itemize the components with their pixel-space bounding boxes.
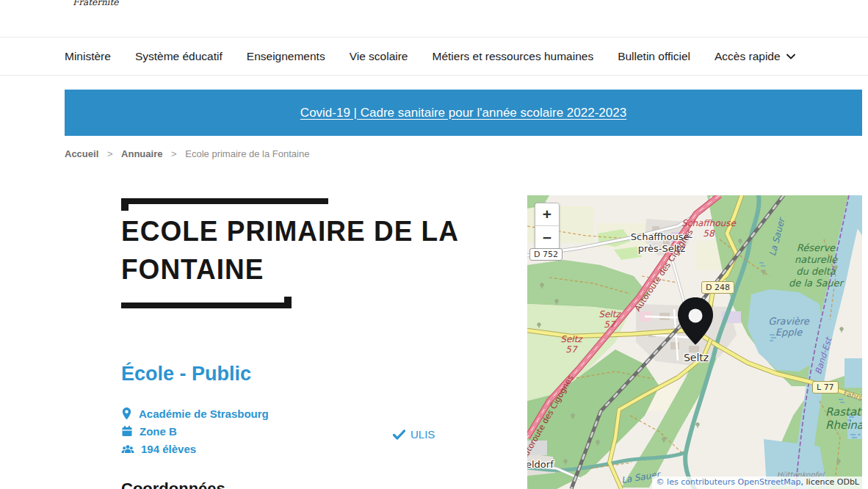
svg-text:naturelle: naturelle — [795, 254, 838, 265]
covid-banner-link[interactable]: Covid-19 | Cadre sanitaire pour l'année … — [300, 106, 626, 120]
road-badge-l77: L 77 — [812, 381, 839, 394]
svg-text:du delta: du delta — [796, 266, 836, 277]
main-navigation: Ministère Système éducatif Enseignements… — [0, 37, 868, 76]
svg-text:57: 57 — [604, 319, 616, 330]
nav-item-bulletin-officiel[interactable]: Bulletin officiel — [618, 50, 690, 63]
page: Fraternité Ministère Système éducatif En… — [0, 0, 868, 489]
nav-item-label: Accès rapide — [715, 50, 781, 63]
map-canvas: Schaffhouse- près-Seltz Schaffhouse 58 A… — [527, 195, 862, 489]
svg-text:eldorf: eldorf — [527, 459, 554, 470]
zoom-in-button[interactable]: + — [535, 203, 559, 226]
svg-text:Seltz: Seltz — [560, 334, 583, 344]
page-title: ECOLE PRIMAIRE DE LA FONTAINE — [121, 212, 497, 289]
school-facts: Académie de Strasbourg Zone B 194 élèves — [121, 405, 269, 457]
osm-license-text: , licence ODbL — [801, 477, 859, 487]
breadcrumb-current: Ecole primaire de la Fontaine — [185, 148, 309, 159]
nav-item-metiers-rh[interactable]: Métiers et ressources humaines — [432, 50, 593, 63]
svg-text:57: 57 — [565, 344, 578, 355]
svg-text:Schaffhouse: Schaffhouse — [681, 218, 737, 228]
chevron-down-icon — [786, 54, 795, 59]
svg-text:Epple: Epple — [775, 327, 803, 338]
osm-attribution-link[interactable]: © les contributeurs OpenStreetMap — [657, 477, 801, 487]
road-badge-d752: D 752 — [529, 248, 563, 261]
svg-text:Seltz: Seltz — [598, 309, 621, 319]
gouv-logo-motto: Fraternité — [73, 0, 118, 7]
ulis-tag: ULIS — [393, 428, 435, 441]
breadcrumb-accueil[interactable]: Accueil — [65, 148, 98, 159]
location-pin-icon — [121, 408, 132, 420]
students-icon — [121, 443, 134, 454]
nav-item-enseignements[interactable]: Enseignements — [247, 50, 325, 63]
nav-item-vie-scolaire[interactable]: Vie scolaire — [350, 50, 408, 63]
road-badge-d248: D 248 — [701, 281, 734, 294]
section-heading-coordonnees: Coordonnées — [121, 479, 225, 489]
breadcrumb-separator: > — [107, 148, 113, 159]
fact-eleves: 194 élèves — [121, 440, 269, 457]
nav-item-systeme-educatif[interactable]: Système éducatif — [135, 50, 223, 63]
fact-label: 194 élèves — [141, 443, 196, 455]
ulis-label: ULIS — [411, 428, 435, 441]
nav-item-ministere[interactable]: Ministère — [65, 50, 111, 63]
breadcrumb-annuaire[interactable]: Annuaire — [121, 148, 162, 159]
svg-text:Rastatte: Rastatte — [825, 405, 862, 419]
fact-zone: Zone B — [121, 422, 269, 440]
svg-text:de la Sauer: de la Sauer — [789, 278, 845, 289]
check-icon — [393, 430, 405, 440]
map-attribution: © les contributeurs OpenStreetMap, licen… — [652, 477, 862, 489]
school-location-map[interactable]: Schaffhouse- près-Seltz Schaffhouse 58 A… — [527, 195, 862, 489]
breadcrumb-separator: > — [171, 148, 177, 159]
svg-text:Gravière: Gravière — [768, 316, 810, 327]
calendar-icon — [121, 425, 133, 437]
breadcrumb: Accueil > Annuaire > Ecole primaire de l… — [65, 148, 309, 159]
fact-label: Zone B — [140, 425, 177, 438]
svg-text:58: 58 — [703, 228, 715, 239]
fact-label: Académie de Strasbourg — [139, 408, 269, 420]
map-zoom-controls: + − — [535, 203, 560, 250]
svg-text:Seltz: Seltz — [684, 352, 709, 363]
fact-academie: Académie de Strasbourg — [121, 405, 269, 422]
nav-item-acces-rapide[interactable]: Accès rapide — [715, 50, 795, 63]
covid-alert-banner: Covid-19 | Cadre sanitaire pour l'année … — [65, 90, 862, 136]
school-type-status: École - Public — [121, 363, 251, 385]
svg-text:Réserve: Réserve — [797, 242, 836, 253]
svg-text:Rheinau: Rheinau — [825, 419, 862, 432]
zoom-out-button[interactable]: − — [535, 226, 559, 249]
